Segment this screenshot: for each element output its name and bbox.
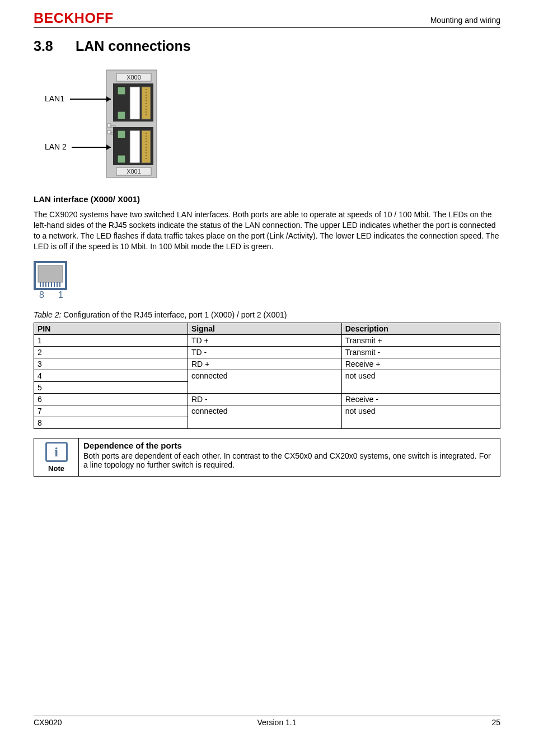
svg-rect-6 bbox=[130, 87, 140, 119]
table-cell: TD - bbox=[188, 346, 341, 358]
svg-rect-26 bbox=[38, 265, 63, 282]
svg-text:8: 8 bbox=[39, 290, 44, 300]
svg-rect-14 bbox=[130, 130, 140, 163]
table-cell: Receive - bbox=[341, 393, 500, 405]
svg-text:LAN 2: LAN 2 bbox=[45, 142, 67, 151]
footer-right: 25 bbox=[491, 718, 500, 727]
table-caption-prefix: Table 2: bbox=[34, 310, 61, 319]
table-cell: Receive + bbox=[341, 358, 500, 370]
svg-text:LAN1: LAN1 bbox=[45, 94, 64, 103]
note-body: Both ports are dependent of each other. … bbox=[83, 451, 495, 469]
table-cell: 8 bbox=[34, 417, 188, 428]
section-title-text: LAN connections bbox=[76, 38, 191, 54]
note-box: i Note Dependence of the ports Both port… bbox=[34, 438, 500, 477]
svg-rect-4 bbox=[118, 87, 125, 95]
rj45-pinout-figure: 8 1 bbox=[34, 261, 500, 302]
page-header: BECKHOFF Mounting and wiring bbox=[34, 10, 500, 28]
table-cell: 6 bbox=[34, 393, 188, 405]
lan-ports-figure: X000 X001 LAN1 bbox=[45, 64, 500, 184]
lan-interface-subheading: LAN interface (X000/ X001) bbox=[34, 194, 500, 204]
note-label: Note bbox=[38, 464, 75, 473]
svg-rect-9 bbox=[107, 124, 111, 127]
svg-rect-5 bbox=[118, 111, 125, 119]
svg-rect-10 bbox=[107, 130, 111, 134]
table-cell: Transmit + bbox=[341, 334, 500, 346]
table-cell: connected bbox=[188, 405, 341, 428]
table-cell: TD + bbox=[188, 334, 341, 346]
svg-rect-13 bbox=[118, 155, 125, 163]
table-header-signal: Signal bbox=[188, 323, 341, 334]
section-number: 3.8 bbox=[34, 38, 76, 54]
table-cell: not used bbox=[341, 405, 500, 428]
table-cell: 1 bbox=[34, 334, 188, 346]
table-header-pin: PIN bbox=[34, 323, 188, 334]
pin-signal-table: PIN Signal Description 1 TD + Transmit +… bbox=[34, 323, 500, 429]
svg-text:X000: X000 bbox=[127, 74, 141, 81]
table-cell: 3 bbox=[34, 358, 188, 370]
section-heading: 3.8LAN connections bbox=[34, 38, 500, 54]
page-footer: CX9020 Version 1.1 25 bbox=[34, 716, 500, 727]
table-cell: 4 bbox=[34, 370, 188, 381]
table-cell: Transmit - bbox=[341, 346, 500, 358]
table-cell: RD - bbox=[188, 393, 341, 405]
svg-text:X001: X001 bbox=[127, 168, 141, 175]
svg-text:1: 1 bbox=[58, 290, 63, 300]
table-cell: not used bbox=[341, 370, 500, 393]
note-title: Dependence of the ports bbox=[83, 441, 495, 450]
table-header-description: Description bbox=[341, 323, 500, 334]
header-section-name: Mounting and wiring bbox=[430, 16, 500, 25]
brand-logo: BECKHOFF bbox=[34, 10, 114, 26]
table-caption-text: Configuration of the RJ45 interface, por… bbox=[61, 310, 287, 319]
table-cell: connected bbox=[188, 370, 341, 393]
table-cell: 2 bbox=[34, 346, 188, 358]
table-cell: 5 bbox=[34, 381, 188, 393]
table-caption: Table 2: Configuration of the RJ45 inter… bbox=[34, 310, 500, 319]
table-cell: 7 bbox=[34, 405, 188, 417]
svg-rect-12 bbox=[118, 130, 125, 138]
table-cell: RD + bbox=[188, 358, 341, 370]
body-paragraph: The CX9020 systems have two switched LAN… bbox=[34, 209, 500, 252]
footer-center: Version 1.1 bbox=[257, 718, 296, 727]
info-icon: i bbox=[45, 442, 68, 462]
footer-left: CX9020 bbox=[34, 718, 62, 727]
